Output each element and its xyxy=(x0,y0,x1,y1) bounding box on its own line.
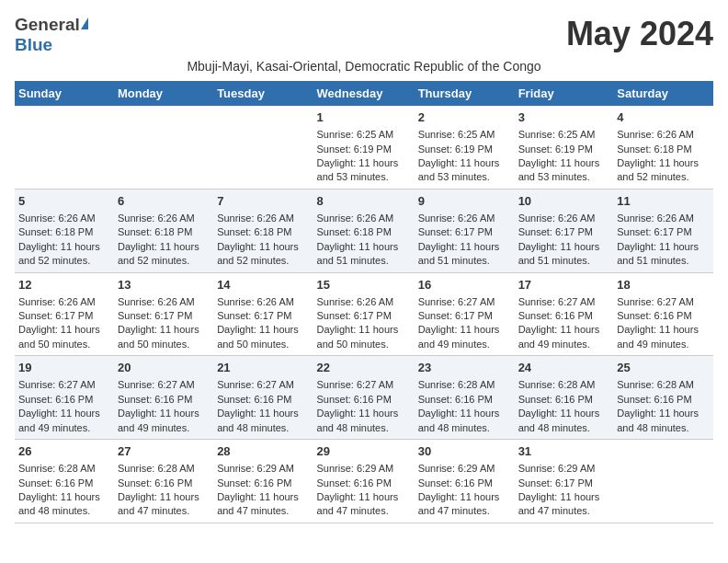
day-number: 1 xyxy=(317,109,411,126)
calendar-cell: 21Sunrise: 6:27 AMSunset: 6:16 PMDayligh… xyxy=(213,356,313,440)
logo-icon xyxy=(81,17,88,29)
calendar-cell: 12Sunrise: 6:26 AMSunset: 6:17 PMDayligh… xyxy=(15,272,114,356)
calendar-cell: 20Sunrise: 6:27 AMSunset: 6:16 PMDayligh… xyxy=(114,356,213,440)
calendar-cell: 22Sunrise: 6:27 AMSunset: 6:16 PMDayligh… xyxy=(313,356,415,440)
day-number: 16 xyxy=(418,277,511,293)
calendar-cell: 7Sunrise: 6:26 AMSunset: 6:18 PMDaylight… xyxy=(213,189,313,272)
day-of-week-friday: Friday xyxy=(515,81,614,106)
day-number: 24 xyxy=(518,360,610,376)
calendar-cell: 30Sunrise: 6:29 AMSunset: 6:16 PMDayligh… xyxy=(415,440,515,523)
calendar-cell: 19Sunrise: 6:27 AMSunset: 6:16 PMDayligh… xyxy=(15,356,114,440)
day-number: 20 xyxy=(118,360,210,376)
subtitle: Mbuji-Mayi, Kasai-Oriental, Democratic R… xyxy=(15,59,713,74)
logo: General Blue xyxy=(15,15,88,55)
calendar-cell: 24Sunrise: 6:28 AMSunset: 6:16 PMDayligh… xyxy=(515,356,614,440)
calendar-cell: 15Sunrise: 6:26 AMSunset: 6:17 PMDayligh… xyxy=(313,272,415,356)
calendar-cell: 17Sunrise: 6:27 AMSunset: 6:16 PMDayligh… xyxy=(515,272,614,356)
day-number: 11 xyxy=(617,193,710,210)
calendar-cell: 26Sunrise: 6:28 AMSunset: 6:16 PMDayligh… xyxy=(15,440,114,523)
day-number: 21 xyxy=(217,360,309,376)
day-number: 10 xyxy=(518,193,610,210)
day-number: 18 xyxy=(617,277,710,293)
day-number: 3 xyxy=(518,109,610,126)
calendar-week-1: 1Sunrise: 6:25 AMSunset: 6:19 PMDaylight… xyxy=(15,106,713,189)
calendar-cell: 29Sunrise: 6:29 AMSunset: 6:16 PMDayligh… xyxy=(313,440,415,523)
calendar-cell: 5Sunrise: 6:26 AMSunset: 6:18 PMDaylight… xyxy=(15,189,114,272)
day-of-week-thursday: Thursday xyxy=(415,81,515,106)
calendar-cell: 4Sunrise: 6:26 AMSunset: 6:18 PMDaylight… xyxy=(613,106,713,189)
day-number: 26 xyxy=(18,443,110,460)
logo-blue: Blue xyxy=(15,35,52,54)
day-number: 5 xyxy=(18,193,110,210)
page-header: General Blue May 2024 xyxy=(15,15,713,55)
calendar-week-3: 12Sunrise: 6:26 AMSunset: 6:17 PMDayligh… xyxy=(15,272,713,356)
day-number: 29 xyxy=(317,443,411,460)
day-number: 14 xyxy=(217,277,309,293)
day-number: 13 xyxy=(118,277,210,293)
day-number: 25 xyxy=(617,360,710,376)
calendar-header-row: SundayMondayTuesdayWednesdayThursdayFrid… xyxy=(15,81,713,106)
calendar-cell xyxy=(613,440,713,523)
calendar-cell: 3Sunrise: 6:25 AMSunset: 6:19 PMDaylight… xyxy=(515,106,614,189)
calendar-cell: 6Sunrise: 6:26 AMSunset: 6:18 PMDaylight… xyxy=(114,189,213,272)
day-number: 6 xyxy=(118,193,210,210)
day-number: 4 xyxy=(617,109,710,126)
calendar-week-5: 26Sunrise: 6:28 AMSunset: 6:16 PMDayligh… xyxy=(15,440,713,523)
day-number: 17 xyxy=(518,277,610,293)
calendar-cell: 1Sunrise: 6:25 AMSunset: 6:19 PMDaylight… xyxy=(313,106,415,189)
calendar-cell xyxy=(213,106,313,189)
day-number: 23 xyxy=(418,360,511,376)
calendar-cell: 14Sunrise: 6:26 AMSunset: 6:17 PMDayligh… xyxy=(213,272,313,356)
calendar-cell: 10Sunrise: 6:26 AMSunset: 6:17 PMDayligh… xyxy=(515,189,614,272)
calendar-cell: 2Sunrise: 6:25 AMSunset: 6:19 PMDaylight… xyxy=(415,106,515,189)
calendar-cell xyxy=(114,106,213,189)
month-title: May 2024 xyxy=(566,15,713,53)
calendar-week-2: 5Sunrise: 6:26 AMSunset: 6:18 PMDaylight… xyxy=(15,189,713,272)
day-of-week-monday: Monday xyxy=(114,81,213,106)
day-number: 12 xyxy=(18,277,110,293)
day-of-week-wednesday: Wednesday xyxy=(313,81,415,106)
calendar-cell xyxy=(15,106,114,189)
day-number: 9 xyxy=(418,193,511,210)
calendar-cell: 18Sunrise: 6:27 AMSunset: 6:16 PMDayligh… xyxy=(613,272,713,356)
calendar-cell: 8Sunrise: 6:26 AMSunset: 6:18 PMDaylight… xyxy=(313,189,415,272)
calendar-cell: 28Sunrise: 6:29 AMSunset: 6:16 PMDayligh… xyxy=(213,440,313,523)
day-of-week-tuesday: Tuesday xyxy=(213,81,313,106)
calendar-week-4: 19Sunrise: 6:27 AMSunset: 6:16 PMDayligh… xyxy=(15,356,713,440)
calendar-cell: 11Sunrise: 6:26 AMSunset: 6:17 PMDayligh… xyxy=(613,189,713,272)
calendar-cell: 23Sunrise: 6:28 AMSunset: 6:16 PMDayligh… xyxy=(415,356,515,440)
day-of-week-saturday: Saturday xyxy=(613,81,713,106)
logo-general: General xyxy=(15,15,80,35)
day-number: 15 xyxy=(317,277,411,293)
day-number: 8 xyxy=(317,193,411,210)
calendar-table: SundayMondayTuesdayWednesdayThursdayFrid… xyxy=(15,81,713,523)
calendar-cell: 27Sunrise: 6:28 AMSunset: 6:16 PMDayligh… xyxy=(114,440,213,523)
calendar-cell: 16Sunrise: 6:27 AMSunset: 6:17 PMDayligh… xyxy=(415,272,515,356)
day-of-week-sunday: Sunday xyxy=(15,81,114,106)
day-number: 27 xyxy=(118,443,210,460)
calendar-cell: 31Sunrise: 6:29 AMSunset: 6:17 PMDayligh… xyxy=(515,440,614,523)
day-number: 19 xyxy=(18,360,110,376)
calendar-cell: 9Sunrise: 6:26 AMSunset: 6:17 PMDaylight… xyxy=(415,189,515,272)
day-number: 31 xyxy=(518,443,610,460)
day-number: 7 xyxy=(217,193,309,210)
calendar-cell: 13Sunrise: 6:26 AMSunset: 6:17 PMDayligh… xyxy=(114,272,213,356)
day-number: 30 xyxy=(418,443,511,460)
calendar-cell: 25Sunrise: 6:28 AMSunset: 6:16 PMDayligh… xyxy=(613,356,713,440)
day-number: 28 xyxy=(217,443,309,460)
day-number: 22 xyxy=(317,360,411,376)
day-number: 2 xyxy=(418,109,511,126)
